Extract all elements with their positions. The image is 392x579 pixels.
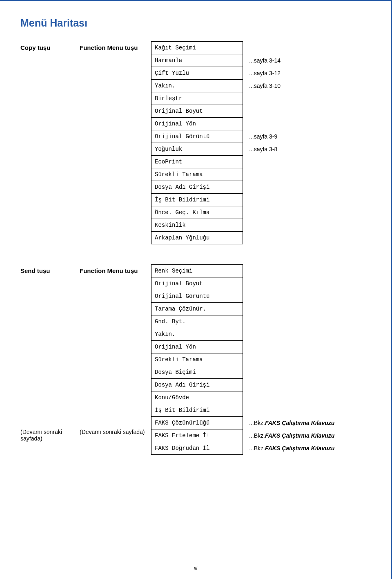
menu-item: Tarama Çözünür. bbox=[151, 302, 243, 315]
page-ref bbox=[249, 181, 281, 194]
menu-item: Yoğunluk bbox=[151, 143, 243, 156]
page-ref bbox=[249, 328, 334, 341]
page-ref: ...sayfa 3-10 bbox=[249, 79, 281, 92]
menu-item: Orijinal Görüntü bbox=[151, 290, 243, 303]
menu-item: Orijinal Yön bbox=[151, 117, 243, 130]
page-ref bbox=[249, 353, 334, 366]
menu-item: Orijinal Boyut bbox=[151, 105, 243, 118]
menu-item: Yakın. bbox=[151, 328, 243, 341]
page-ref bbox=[249, 277, 334, 290]
menu-item: Önce. Geç. Kılma bbox=[151, 206, 243, 219]
menu-item: Orijinal Görüntü bbox=[151, 130, 243, 143]
page-ref bbox=[249, 315, 334, 328]
menu-item: Kağıt Seçimi bbox=[151, 41, 243, 54]
key-continuation-note: (Devamı sonraki sayfada) bbox=[20, 426, 80, 442]
menu-item: Renk Seçimi bbox=[151, 264, 243, 277]
items-col-send: Renk SeçimiOrijinal BoyutOrijinal Görünt… bbox=[151, 264, 243, 454]
page-ref bbox=[249, 404, 334, 417]
page-ref bbox=[249, 219, 281, 232]
menu-item: FAKS Çözünürlüğü bbox=[151, 416, 243, 429]
page-ref bbox=[249, 290, 334, 303]
menu-item: Keskinlik bbox=[151, 219, 243, 232]
page-ref bbox=[249, 117, 281, 130]
page-ref: ...sayfa 3-9 bbox=[249, 130, 281, 143]
fn-label-copy: Function Menu tuşu bbox=[80, 41, 151, 51]
menu-item: Gnd. Byt. bbox=[151, 315, 243, 328]
fn-continuation-note: (Devamı sonraki sayfada) bbox=[80, 426, 151, 435]
page-title: Menü Haritası bbox=[20, 17, 371, 29]
menu-item: İş Bit Bildirimi bbox=[151, 404, 243, 417]
menu-item: Konu/Gövde bbox=[151, 391, 243, 404]
page-ref bbox=[249, 378, 334, 391]
page-ref bbox=[249, 41, 281, 54]
menu-item: Orijinal Yön bbox=[151, 340, 243, 353]
page-ref: ...Bkz. FAKS Çalıştırma Kılavuzu bbox=[249, 442, 334, 455]
page-ref: ...sayfa 3-8 bbox=[249, 143, 281, 156]
refs-col-send: ...Bkz. FAKS Çalıştırma Kılavuzu...Bkz. … bbox=[243, 264, 334, 454]
menu-item: Dosya Adı Girişi bbox=[151, 378, 243, 391]
menu-item: Sürekli Tarama bbox=[151, 353, 243, 366]
page-ref: ...sayfa 3-12 bbox=[249, 67, 281, 80]
menu-item: Çift Yüzlü bbox=[151, 67, 243, 80]
refs-col-copy: ...sayfa 3-14...sayfa 3-12...sayfa 3-10.… bbox=[243, 41, 281, 244]
fn-label-send: Function Menu tuşu bbox=[80, 267, 151, 274]
key-label-send: Send tuşu bbox=[20, 267, 80, 274]
page-ref bbox=[249, 168, 281, 181]
key-label-copy: Copy tuşu bbox=[20, 41, 80, 51]
page-ref bbox=[249, 340, 334, 353]
menu-item: Birleştr bbox=[151, 92, 243, 105]
key-col-send: Send tuşu bbox=[20, 264, 80, 274]
page-ref bbox=[249, 391, 334, 404]
menu-item: FAKS Doğrudan İl bbox=[151, 442, 243, 455]
fn-col-send: Function Menu tuşu bbox=[80, 264, 151, 274]
menu-item: FAKS Erteleme İl bbox=[151, 429, 243, 442]
page-ref: ...Bkz. FAKS Çalıştırma Kılavuzu bbox=[249, 416, 334, 429]
menu-item: Arkaplan Yğnluğu bbox=[151, 231, 243, 244]
menu-item: Dosya Adı Girişi bbox=[151, 181, 243, 194]
menu-item: Harmanla bbox=[151, 54, 243, 67]
page-ref bbox=[249, 206, 281, 219]
menu-item: Sürekli Tarama bbox=[151, 168, 243, 181]
menu-item: Dosya Biçimi bbox=[151, 366, 243, 379]
menu-item: İş Bit Bildirimi bbox=[151, 193, 243, 206]
page-ref bbox=[249, 105, 281, 118]
page-ref bbox=[249, 366, 334, 379]
menu-item: Yakın. bbox=[151, 79, 243, 92]
menu-item: Orijinal Boyut bbox=[151, 277, 243, 290]
page-ref bbox=[249, 193, 281, 206]
page-ref bbox=[249, 302, 334, 315]
page-ref bbox=[249, 264, 334, 277]
items-col-copy: Kağıt SeçimiHarmanlaÇift YüzlüYakın.Birl… bbox=[151, 41, 243, 244]
menu-map-section-copy: Copy tuşu Function Menu tuşu Kağıt Seçim… bbox=[20, 41, 371, 244]
page-ref: ...sayfa 3-14 bbox=[249, 54, 281, 67]
page-ref bbox=[249, 155, 281, 168]
page-number: iii bbox=[194, 565, 198, 571]
page-ref bbox=[249, 231, 281, 244]
page-ref: ...Bkz. FAKS Çalıştırma Kılavuzu bbox=[249, 429, 334, 442]
page-ref bbox=[249, 92, 281, 105]
menu-item: EcoPrint bbox=[151, 155, 243, 168]
